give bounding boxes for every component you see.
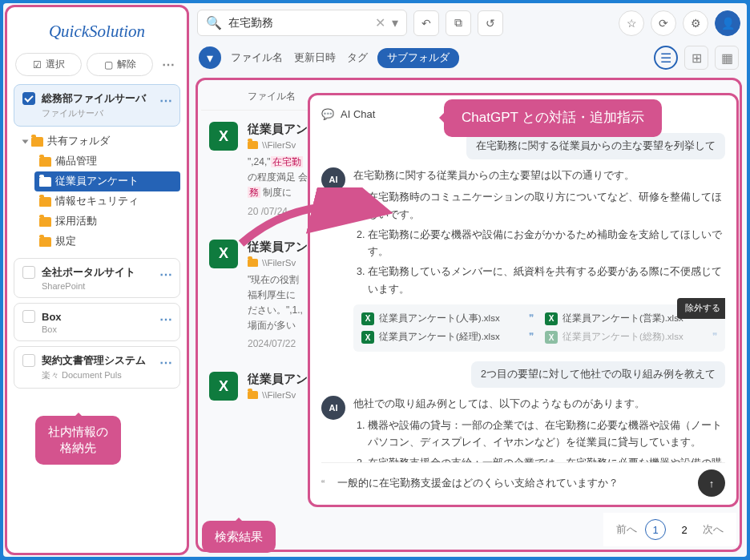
callout-sidebar: 社内情報の 格納先 [35, 416, 121, 465]
folder-icon [39, 197, 51, 207]
callout-results: 検索結果 [202, 521, 276, 553]
search-box[interactable]: 🔍 ✕ ▾ [197, 10, 407, 36]
quote-icon: ❞ [712, 329, 717, 345]
view-grid-button[interactable]: ▦ [715, 46, 739, 70]
checkbox-icon[interactable] [22, 354, 35, 367]
source-more-icon[interactable]: ⋯ [159, 267, 173, 282]
more-button[interactable]: ⋯ [158, 54, 179, 75]
source-name: 総務部ファイルサーバ [42, 91, 146, 106]
chat-input-bar: “ ↑ [321, 462, 725, 497]
filter-chip[interactable]: ファイル名 [229, 48, 284, 68]
tree-item[interactable]: 備品管理 [34, 151, 180, 171]
select-button[interactable]: ☑選択 [15, 53, 82, 76]
ref-file[interactable]: X従業員アンケート(経理).xlsx❞ [361, 329, 534, 345]
excel-icon: X [545, 312, 558, 325]
copy-button[interactable]: ⧉ [446, 10, 471, 36]
filter-bar: ▾ ファイル名 更新日時 タグ サブフォルダ ☰ ⊞ ▦ [194, 39, 744, 76]
excel-icon: X [361, 331, 374, 344]
column-header[interactable]: ファイル名 [248, 90, 296, 103]
search-input[interactable] [228, 17, 369, 30]
tree-item[interactable]: 採用活動 [34, 212, 180, 232]
settings-button[interactable]: ⚙ [683, 10, 708, 36]
source-more-icon[interactable]: ⋯ [159, 93, 173, 108]
send-button[interactable]: ↑ [698, 469, 725, 497]
clear-button[interactable]: ▢解除 [87, 53, 153, 76]
quote-icon: ❞ [529, 329, 534, 345]
user-button[interactable]: 👤 [715, 10, 740, 36]
tree-item-selected[interactable]: 従業員アンケート [34, 171, 180, 191]
square-icon: ▢ [104, 59, 113, 71]
view-detail-button[interactable]: ⊞ [684, 46, 708, 70]
view-list-button[interactable]: ☰ [654, 46, 678, 70]
user-message: 2つ目の要望に対して他社での取り組み例を教えて [471, 361, 725, 388]
ai-message: AI 在宅勤務に関する従業員からの主な要望は以下の通りです。 在宅勤務時のコミュ… [321, 167, 725, 352]
folder-icon [39, 157, 51, 167]
ref-file-excluded[interactable]: X従業員アンケート(総務).xlsx❞ [545, 329, 717, 345]
check-icon: ☑ [33, 59, 42, 71]
caret-icon [22, 139, 29, 143]
excel-icon: X [361, 312, 374, 325]
folder-icon [39, 177, 51, 187]
source-more-icon[interactable]: ⋯ [159, 355, 173, 370]
filter-chip[interactable]: 更新日時 [292, 48, 337, 68]
folder-icon [31, 137, 43, 147]
next-button[interactable]: 次へ [703, 522, 724, 537]
checkbox-icon[interactable] [22, 310, 35, 323]
pagination: 前へ 1 2 次へ [603, 513, 736, 546]
source-more-icon[interactable]: ⋯ [159, 312, 173, 327]
refresh-button[interactable]: ⟳ [651, 10, 676, 36]
callout-chat: ChatGPT との対話・追加指示 [444, 99, 662, 137]
filter-chip-active[interactable]: サブフォルダ [377, 48, 459, 68]
excel-icon: X [209, 372, 238, 401]
reference-files: 除外する X従業員アンケート(人事).xlsx❞ X従業員アンケート(営業).x… [353, 304, 725, 352]
folder-icon [248, 259, 258, 267]
folder-icon [39, 217, 51, 227]
ai-avatar-icon: AI [321, 167, 345, 191]
chat-input[interactable] [333, 473, 690, 494]
star-button[interactable]: ☆ [619, 10, 644, 36]
undo-button[interactable]: ↶ [413, 10, 439, 36]
ai-avatar-icon: AI [321, 396, 345, 420]
tree-item[interactable]: 情報セキュリティ [34, 191, 180, 212]
history-button[interactable]: ↺ [478, 10, 503, 36]
prev-button[interactable]: 前へ [616, 522, 637, 537]
app-logo: QuickSolution [14, 14, 180, 53]
filter-chip[interactable]: タグ [345, 48, 369, 68]
quote-icon: ❞ [529, 311, 534, 327]
clear-icon[interactable]: ✕ [375, 15, 385, 30]
excel-icon: X [209, 240, 238, 268]
source-item[interactable]: 全社ポータルサイト SharePoint ⋯ [14, 258, 180, 298]
source-item[interactable]: Box Box ⋯ [14, 303, 180, 341]
tree-item[interactable]: 規定 [34, 232, 180, 252]
ai-chat-panel: 💬 AI Chat 在宅勤務に関する従業員からの主な要望を列挙して AI 在宅勤… [308, 93, 739, 507]
excel-icon: X [545, 331, 558, 344]
page-number[interactable]: 1 [645, 519, 666, 540]
folder-icon [248, 391, 258, 399]
chat-icon: 💬 [321, 108, 334, 120]
ai-message: AI 他社での取り組み例としては、以下のようなものがあります。 機器や設備の貸与… [321, 396, 725, 462]
tree-root[interactable]: 共有フォルダ [18, 131, 180, 151]
sidebar: QuickSolution ☑選択 ▢解除 ⋯ 総務部ファイルサーバ ファイルサ… [5, 5, 189, 555]
folder-icon [39, 237, 51, 247]
ref-file[interactable]: X従業員アンケート(人事).xlsx❞ [361, 311, 534, 327]
source-sub: ファイルサーバ [42, 107, 171, 119]
user-message: 在宅勤務に関する従業員からの主な要望を列挙して [466, 133, 725, 159]
excel-icon: X [209, 122, 238, 151]
search-icon: 🔍 [206, 15, 222, 30]
exclude-badge[interactable]: 除外する [677, 298, 725, 319]
source-item[interactable]: 契約文書管理システム 楽々 Document Puls ⋯ [14, 346, 180, 389]
folder-tree: 共有フォルダ 備品管理 従業員アンケート 情報セキュリティ 採用活動 規定 [18, 131, 180, 252]
checkbox-icon[interactable] [22, 266, 35, 279]
quote-icon[interactable]: “ [321, 477, 325, 489]
top-bar: 🔍 ✕ ▾ ↶ ⧉ ↺ ☆ ⟳ ⚙ 👤 [194, 6, 744, 39]
chevron-down-icon[interactable]: ▾ [392, 15, 398, 30]
page-number[interactable]: 2 [674, 519, 695, 540]
source-item[interactable]: 総務部ファイルサーバ ファイルサーバ ⋯ [14, 84, 180, 127]
checkbox-icon[interactable] [22, 92, 35, 105]
folder-icon [248, 141, 258, 149]
filter-icon[interactable]: ▾ [199, 46, 221, 69]
